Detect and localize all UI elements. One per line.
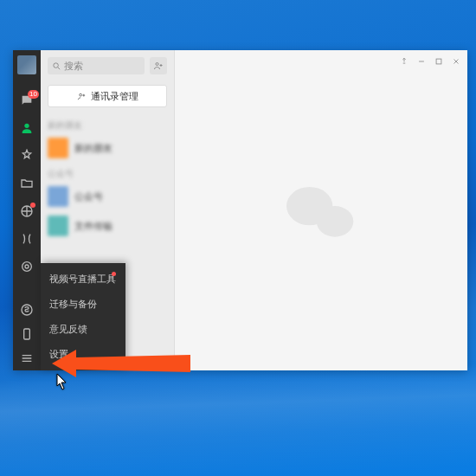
section-label: 新的朋友 bbox=[41, 114, 174, 133]
svg-point-11 bbox=[317, 206, 354, 237]
menu-item-settings[interactable]: 设置 bbox=[41, 342, 125, 367]
menu-item-label: 视频号直播工具 bbox=[49, 273, 116, 284]
menu-item-label: 迁移与备份 bbox=[49, 299, 97, 309]
svg-point-2 bbox=[25, 265, 29, 268]
svg-rect-9 bbox=[436, 59, 441, 64]
phone-icon[interactable] bbox=[20, 327, 34, 341]
hamburger-icon[interactable] bbox=[20, 351, 34, 365]
add-friend-button[interactable] bbox=[150, 57, 167, 74]
menu-item-migrate[interactable]: 迁移与备份 bbox=[41, 292, 125, 317]
svg-point-6 bbox=[54, 62, 59, 68]
list-item[interactable]: 文件传输 bbox=[41, 211, 174, 241]
contact-name: 文件传输 bbox=[74, 220, 113, 233]
miniprogram-icon[interactable] bbox=[20, 303, 34, 317]
moments-icon[interactable] bbox=[20, 204, 34, 218]
wechat-logo-watermark bbox=[282, 179, 360, 248]
search-input[interactable]: 搜索 bbox=[48, 57, 145, 74]
svg-point-7 bbox=[156, 63, 158, 66]
contact-name: 公众号 bbox=[74, 190, 103, 203]
files-icon[interactable] bbox=[20, 177, 34, 190]
pin-button[interactable] bbox=[400, 57, 408, 66]
menu-item-label: 意见反馈 bbox=[49, 324, 87, 334]
svg-rect-5 bbox=[24, 329, 30, 339]
add-friend-icon bbox=[153, 61, 164, 71]
close-button[interactable] bbox=[452, 57, 460, 66]
contact-name: 新的朋友 bbox=[74, 142, 113, 155]
contact-avatar bbox=[48, 215, 68, 236]
svg-point-3 bbox=[23, 262, 32, 272]
menu-item-label: 设置 bbox=[49, 349, 68, 359]
titlebar bbox=[400, 50, 467, 73]
favorites-icon[interactable] bbox=[20, 149, 34, 163]
more-menu: 视频号直播工具 迁移与备份 意见反馈 设置 bbox=[41, 263, 125, 370]
contacts-manage-icon bbox=[77, 92, 87, 101]
section-label: 公众号 bbox=[41, 163, 174, 182]
main-area bbox=[175, 50, 467, 370]
maximize-button[interactable] bbox=[434, 57, 443, 66]
search-placeholder: 搜索 bbox=[64, 60, 83, 73]
minimize-button[interactable] bbox=[417, 57, 426, 66]
wechat-window: 10 bbox=[13, 50, 467, 370]
notification-dot bbox=[112, 272, 116, 276]
avatar[interactable] bbox=[17, 55, 36, 74]
menu-item-feedback[interactable]: 意见反馈 bbox=[41, 317, 125, 342]
svg-point-8 bbox=[79, 93, 81, 96]
menu-item-livetools[interactable]: 视频号直播工具 bbox=[41, 267, 125, 292]
contacts-icon[interactable] bbox=[20, 121, 34, 135]
contacts-manage-button[interactable]: 通讯录管理 bbox=[48, 85, 167, 107]
chat-icon[interactable]: 10 bbox=[20, 93, 34, 107]
nav-rail: 10 bbox=[13, 50, 41, 370]
list-item[interactable]: 新的朋友 bbox=[41, 133, 174, 163]
notification-dot bbox=[30, 203, 35, 208]
svg-point-0 bbox=[24, 124, 29, 128]
chat-badge: 10 bbox=[28, 90, 39, 99]
channels-icon[interactable] bbox=[20, 232, 34, 246]
contact-avatar bbox=[48, 138, 68, 158]
contact-avatar bbox=[48, 186, 68, 207]
topstories-icon[interactable] bbox=[20, 260, 34, 273]
contacts-manage-label: 通讯录管理 bbox=[91, 90, 138, 103]
list-item[interactable]: 公众号 bbox=[41, 182, 174, 211]
search-icon bbox=[52, 61, 61, 71]
